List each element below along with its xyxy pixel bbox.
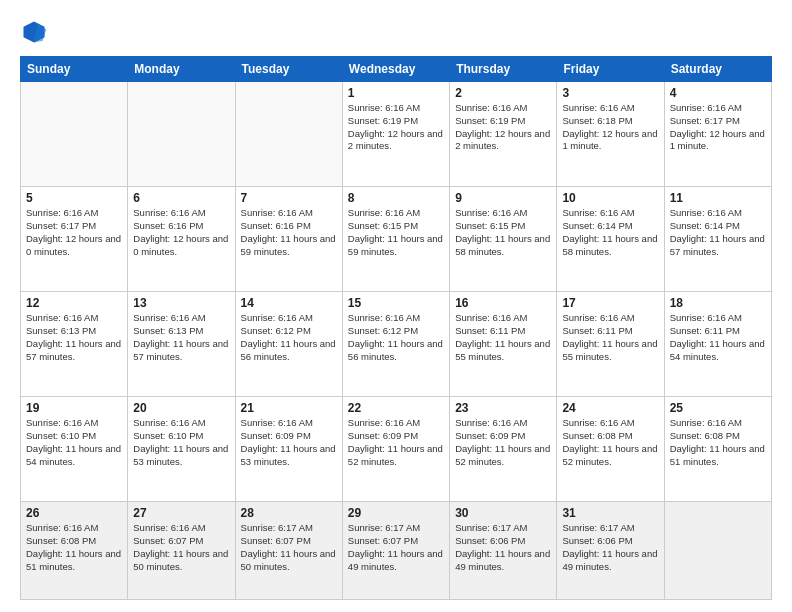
day-info: Sunrise: 6:16 AM Sunset: 6:14 PM Dayligh… [562, 207, 658, 258]
day-number: 3 [562, 86, 658, 100]
day-number: 30 [455, 506, 551, 520]
day-number: 10 [562, 191, 658, 205]
calendar-cell: 11Sunrise: 6:16 AM Sunset: 6:14 PM Dayli… [664, 187, 771, 292]
day-number: 15 [348, 296, 444, 310]
day-info: Sunrise: 6:16 AM Sunset: 6:14 PM Dayligh… [670, 207, 766, 258]
week-row-1: 1Sunrise: 6:16 AM Sunset: 6:19 PM Daylig… [21, 82, 772, 187]
day-info: Sunrise: 6:16 AM Sunset: 6:19 PM Dayligh… [348, 102, 444, 153]
calendar-cell: 15Sunrise: 6:16 AM Sunset: 6:12 PM Dayli… [342, 292, 449, 397]
day-number: 12 [26, 296, 122, 310]
day-info: Sunrise: 6:16 AM Sunset: 6:12 PM Dayligh… [241, 312, 337, 363]
week-row-2: 5Sunrise: 6:16 AM Sunset: 6:17 PM Daylig… [21, 187, 772, 292]
calendar-cell: 22Sunrise: 6:16 AM Sunset: 6:09 PM Dayli… [342, 397, 449, 502]
day-number: 14 [241, 296, 337, 310]
calendar-cell: 16Sunrise: 6:16 AM Sunset: 6:11 PM Dayli… [450, 292, 557, 397]
page: SundayMondayTuesdayWednesdayThursdayFrid… [0, 0, 792, 612]
day-info: Sunrise: 6:16 AM Sunset: 6:08 PM Dayligh… [670, 417, 766, 468]
calendar-cell: 12Sunrise: 6:16 AM Sunset: 6:13 PM Dayli… [21, 292, 128, 397]
day-info: Sunrise: 6:16 AM Sunset: 6:07 PM Dayligh… [133, 522, 229, 573]
day-number: 22 [348, 401, 444, 415]
day-number: 21 [241, 401, 337, 415]
day-number: 5 [26, 191, 122, 205]
logo-icon [20, 18, 48, 46]
day-number: 11 [670, 191, 766, 205]
day-info: Sunrise: 6:16 AM Sunset: 6:09 PM Dayligh… [241, 417, 337, 468]
day-number: 27 [133, 506, 229, 520]
col-header-thursday: Thursday [450, 57, 557, 82]
calendar-cell: 29Sunrise: 6:17 AM Sunset: 6:07 PM Dayli… [342, 502, 449, 600]
day-info: Sunrise: 6:17 AM Sunset: 6:07 PM Dayligh… [241, 522, 337, 573]
calendar-cell: 28Sunrise: 6:17 AM Sunset: 6:07 PM Dayli… [235, 502, 342, 600]
day-number: 16 [455, 296, 551, 310]
day-number: 24 [562, 401, 658, 415]
day-number: 26 [26, 506, 122, 520]
calendar-cell: 2Sunrise: 6:16 AM Sunset: 6:19 PM Daylig… [450, 82, 557, 187]
calendar-cell: 1Sunrise: 6:16 AM Sunset: 6:19 PM Daylig… [342, 82, 449, 187]
day-info: Sunrise: 6:16 AM Sunset: 6:17 PM Dayligh… [26, 207, 122, 258]
calendar-cell: 24Sunrise: 6:16 AM Sunset: 6:08 PM Dayli… [557, 397, 664, 502]
week-row-5: 26Sunrise: 6:16 AM Sunset: 6:08 PM Dayli… [21, 502, 772, 600]
day-number: 31 [562, 506, 658, 520]
calendar-cell: 14Sunrise: 6:16 AM Sunset: 6:12 PM Dayli… [235, 292, 342, 397]
calendar-cell: 13Sunrise: 6:16 AM Sunset: 6:13 PM Dayli… [128, 292, 235, 397]
day-info: Sunrise: 6:17 AM Sunset: 6:06 PM Dayligh… [455, 522, 551, 573]
col-header-sunday: Sunday [21, 57, 128, 82]
day-info: Sunrise: 6:16 AM Sunset: 6:10 PM Dayligh… [133, 417, 229, 468]
day-info: Sunrise: 6:16 AM Sunset: 6:11 PM Dayligh… [670, 312, 766, 363]
day-info: Sunrise: 6:16 AM Sunset: 6:19 PM Dayligh… [455, 102, 551, 153]
calendar-cell: 6Sunrise: 6:16 AM Sunset: 6:16 PM Daylig… [128, 187, 235, 292]
week-row-4: 19Sunrise: 6:16 AM Sunset: 6:10 PM Dayli… [21, 397, 772, 502]
calendar-cell: 30Sunrise: 6:17 AM Sunset: 6:06 PM Dayli… [450, 502, 557, 600]
day-number: 20 [133, 401, 229, 415]
calendar-cell [235, 82, 342, 187]
day-number: 2 [455, 86, 551, 100]
calendar-cell: 5Sunrise: 6:16 AM Sunset: 6:17 PM Daylig… [21, 187, 128, 292]
logo [20, 18, 52, 46]
day-info: Sunrise: 6:16 AM Sunset: 6:16 PM Dayligh… [133, 207, 229, 258]
calendar-cell: 27Sunrise: 6:16 AM Sunset: 6:07 PM Dayli… [128, 502, 235, 600]
day-info: Sunrise: 6:16 AM Sunset: 6:13 PM Dayligh… [133, 312, 229, 363]
day-number: 1 [348, 86, 444, 100]
calendar-cell: 20Sunrise: 6:16 AM Sunset: 6:10 PM Dayli… [128, 397, 235, 502]
day-info: Sunrise: 6:17 AM Sunset: 6:06 PM Dayligh… [562, 522, 658, 573]
day-number: 25 [670, 401, 766, 415]
col-header-tuesday: Tuesday [235, 57, 342, 82]
day-number: 9 [455, 191, 551, 205]
day-number: 19 [26, 401, 122, 415]
day-number: 8 [348, 191, 444, 205]
day-number: 6 [133, 191, 229, 205]
day-info: Sunrise: 6:16 AM Sunset: 6:17 PM Dayligh… [670, 102, 766, 153]
day-number: 18 [670, 296, 766, 310]
calendar-cell: 7Sunrise: 6:16 AM Sunset: 6:16 PM Daylig… [235, 187, 342, 292]
day-info: Sunrise: 6:16 AM Sunset: 6:13 PM Dayligh… [26, 312, 122, 363]
day-info: Sunrise: 6:16 AM Sunset: 6:11 PM Dayligh… [455, 312, 551, 363]
col-header-saturday: Saturday [664, 57, 771, 82]
calendar-cell: 9Sunrise: 6:16 AM Sunset: 6:15 PM Daylig… [450, 187, 557, 292]
calendar-cell [128, 82, 235, 187]
day-info: Sunrise: 6:16 AM Sunset: 6:09 PM Dayligh… [348, 417, 444, 468]
calendar-cell: 18Sunrise: 6:16 AM Sunset: 6:11 PM Dayli… [664, 292, 771, 397]
day-number: 7 [241, 191, 337, 205]
calendar-cell: 10Sunrise: 6:16 AM Sunset: 6:14 PM Dayli… [557, 187, 664, 292]
calendar-cell: 17Sunrise: 6:16 AM Sunset: 6:11 PM Dayli… [557, 292, 664, 397]
calendar-cell [664, 502, 771, 600]
day-info: Sunrise: 6:16 AM Sunset: 6:09 PM Dayligh… [455, 417, 551, 468]
day-info: Sunrise: 6:17 AM Sunset: 6:07 PM Dayligh… [348, 522, 444, 573]
day-info: Sunrise: 6:16 AM Sunset: 6:08 PM Dayligh… [26, 522, 122, 573]
day-info: Sunrise: 6:16 AM Sunset: 6:11 PM Dayligh… [562, 312, 658, 363]
calendar-cell: 21Sunrise: 6:16 AM Sunset: 6:09 PM Dayli… [235, 397, 342, 502]
day-info: Sunrise: 6:16 AM Sunset: 6:15 PM Dayligh… [455, 207, 551, 258]
day-info: Sunrise: 6:16 AM Sunset: 6:10 PM Dayligh… [26, 417, 122, 468]
day-info: Sunrise: 6:16 AM Sunset: 6:15 PM Dayligh… [348, 207, 444, 258]
calendar-cell: 26Sunrise: 6:16 AM Sunset: 6:08 PM Dayli… [21, 502, 128, 600]
day-info: Sunrise: 6:16 AM Sunset: 6:18 PM Dayligh… [562, 102, 658, 153]
header [20, 18, 772, 46]
calendar-cell: 25Sunrise: 6:16 AM Sunset: 6:08 PM Dayli… [664, 397, 771, 502]
day-number: 4 [670, 86, 766, 100]
day-header-row: SundayMondayTuesdayWednesdayThursdayFrid… [21, 57, 772, 82]
day-number: 29 [348, 506, 444, 520]
calendar-cell: 31Sunrise: 6:17 AM Sunset: 6:06 PM Dayli… [557, 502, 664, 600]
calendar-cell: 23Sunrise: 6:16 AM Sunset: 6:09 PM Dayli… [450, 397, 557, 502]
calendar-cell: 4Sunrise: 6:16 AM Sunset: 6:17 PM Daylig… [664, 82, 771, 187]
col-header-wednesday: Wednesday [342, 57, 449, 82]
